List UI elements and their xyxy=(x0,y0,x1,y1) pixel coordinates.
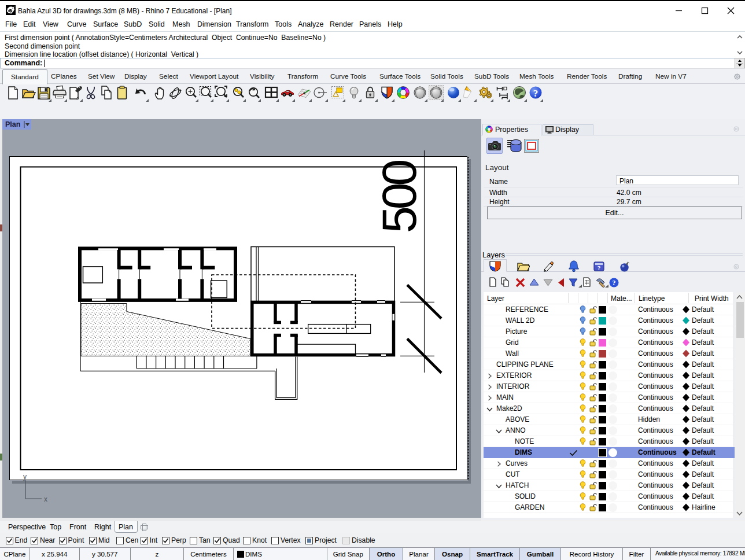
svg-text:y: y xyxy=(23,474,27,481)
svg-text:?: ? xyxy=(613,279,616,287)
svg-text:x: x xyxy=(44,495,47,503)
svg-text:?: ? xyxy=(598,264,601,271)
svg-text:?: ? xyxy=(533,88,539,99)
svg-text:500: 500 xyxy=(372,161,426,233)
